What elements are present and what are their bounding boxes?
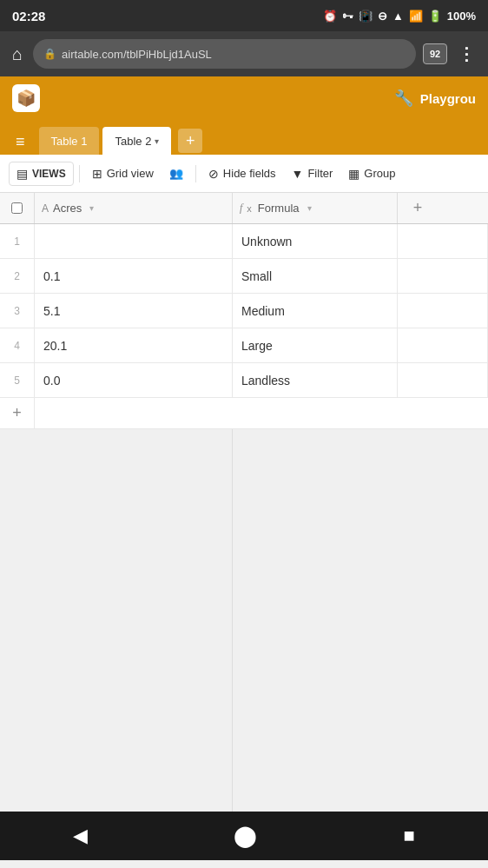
home-icon: ⌂ — [12, 44, 23, 63]
group-button[interactable]: ▦ Group — [341, 162, 402, 185]
group-icon: ▦ — [348, 167, 359, 181]
back-icon: ◀ — [73, 825, 88, 847]
acres-cell[interactable] — [35, 224, 233, 258]
table2-tab[interactable]: Table 2 ▾ — [102, 127, 171, 155]
toolbar-divider2 — [195, 165, 196, 182]
table-container: A Acres ▾ f x Formula ▾ + 1 Unknown 2 — [0, 193, 488, 429]
acres-column-header[interactable]: A Acres ▾ — [35, 193, 233, 223]
circle-icon: ⬤ — [234, 824, 257, 848]
toolbar-divider — [79, 165, 80, 182]
status-icons: ⏰ 🗝 📳 ⊖ ▲ 📶 🔋 100% — [323, 10, 476, 23]
filter-icon: ▼ — [292, 167, 304, 181]
table-row[interactable]: 1 Unknown — [0, 224, 488, 259]
row-number: 5 — [0, 363, 35, 397]
hamburger-icon: ≡ — [16, 133, 25, 150]
hide-fields-button[interactable]: ⊘ Hide fields — [201, 162, 283, 185]
acres-cell[interactable]: 20.1 — [35, 328, 233, 362]
formula-cell[interactable]: Large — [233, 328, 398, 362]
wrench-icon: 🔧 — [394, 89, 413, 108]
logo-icon: 📦 — [16, 89, 36, 108]
views-button[interactable]: ▤ VIEWS — [9, 162, 74, 186]
empty-cell — [398, 224, 488, 258]
acres-cell[interactable]: 0.0 — [35, 363, 233, 397]
menu-dots-icon: ⋮ — [458, 44, 476, 63]
table1-tab[interactable]: Table 1 — [39, 127, 100, 155]
row-number: 4 — [0, 328, 35, 362]
select-all-input[interactable] — [11, 202, 23, 214]
acres-cell[interactable]: 5.1 — [35, 294, 233, 328]
column-sort-icon: ▾ — [89, 203, 94, 213]
table-row[interactable]: 2 0.1 Small — [0, 259, 488, 294]
text-field-icon: A — [42, 202, 49, 215]
hamburger-button[interactable]: ≡ — [9, 129, 32, 155]
key-icon: 🗝 — [342, 10, 353, 23]
table-row[interactable]: 4 20.1 Large — [0, 328, 488, 363]
add-col-plus-icon: + — [413, 199, 423, 217]
battery-icon: 🔋 — [428, 10, 442, 23]
status-bar: 02:28 ⏰ 🗝 📳 ⊖ ▲ 📶 🔋 100% — [0, 0, 488, 31]
row-number: 2 — [0, 259, 35, 293]
table-row[interactable]: 3 5.1 Medium — [0, 294, 488, 328]
browser-home-button[interactable]: ⌂ — [9, 41, 26, 68]
select-all-checkbox[interactable] — [0, 193, 35, 223]
empty-cell — [398, 363, 488, 397]
people-icon: 👥 — [169, 167, 183, 180]
empty-left-col — [0, 429, 233, 812]
url-text: airtable.com/tblPiHbLjd1AuSL — [62, 48, 212, 61]
empty-cell — [398, 328, 488, 362]
table-tabs-bar: ≡ Table 1 Table 2 ▾ + — [0, 120, 488, 155]
battery-level: 100% — [447, 10, 476, 23]
formula-cell[interactable]: Landless — [233, 363, 398, 397]
grid-icon: ⊞ — [92, 167, 102, 181]
wifi-icon: ▲ — [392, 10, 404, 23]
status-time: 02:28 — [12, 9, 45, 23]
filter-button[interactable]: ▼ Filter — [285, 162, 340, 185]
signal-icon: 📶 — [409, 10, 423, 23]
table-row[interactable]: 5 0.0 Landless — [0, 363, 488, 398]
formula-cell[interactable]: Medium — [233, 294, 398, 328]
formula-cell[interactable]: Small — [233, 259, 398, 293]
browser-bar: ⌂ 🔒 airtable.com/tblPiHbLjd1AuSL 92 ⋮ — [0, 31, 488, 76]
browser-menu-button[interactable]: ⋮ — [454, 40, 479, 68]
people-button[interactable]: 👥 — [162, 162, 190, 184]
views-icon: ▤ — [16, 167, 28, 181]
lock-icon: 🔒 — [43, 48, 56, 60]
alarm-icon: ⏰ — [323, 10, 337, 23]
playground-label: Playgrou — [420, 91, 476, 106]
tabs-button[interactable]: 92 — [423, 43, 447, 64]
add-column-button[interactable]: + — [398, 193, 438, 223]
acres-cell[interactable]: 0.1 — [35, 259, 233, 293]
hide-fields-icon: ⊘ — [208, 167, 219, 181]
formula-cell[interactable]: Unknown — [233, 224, 398, 258]
plus-icon: + — [186, 132, 195, 150]
grid-view-button[interactable]: ⊞ Grid view — [85, 162, 161, 185]
navigation-bar: ◀ ⬤ ■ — [0, 812, 488, 860]
add-row-button[interactable]: + — [0, 398, 35, 428]
add-row-row: + — [0, 398, 488, 429]
column-headers: A Acres ▾ f x Formula ▾ + — [0, 193, 488, 224]
recents-button[interactable]: ■ — [397, 818, 422, 854]
back-button[interactable]: ◀ — [66, 818, 95, 854]
empty-right-col — [233, 429, 488, 812]
row-number: 3 — [0, 294, 35, 328]
add-row-plus-icon: + — [12, 404, 22, 422]
toolbar: ▤ VIEWS ⊞ Grid view 👥 ⊘ Hide fields ▼ Fi… — [0, 155, 488, 193]
empty-cell — [398, 259, 488, 293]
url-bar[interactable]: 🔒 airtable.com/tblPiHbLjd1AuSL — [33, 39, 416, 69]
minus-circle-icon: ⊖ — [378, 10, 387, 23]
airtable-logo: 📦 — [12, 84, 40, 112]
empty-cell — [398, 294, 488, 328]
square-icon: ■ — [404, 825, 415, 847]
home-button[interactable]: ⬤ — [227, 817, 264, 855]
add-table-button[interactable]: + — [178, 129, 202, 153]
vibrate-icon: 📳 — [359, 10, 373, 23]
empty-area — [0, 429, 488, 812]
formula-icon: f — [240, 202, 242, 215]
row-number: 1 — [0, 224, 35, 258]
chevron-down-icon: ▾ — [155, 136, 159, 146]
formula-column-header[interactable]: f x Formula ▾ — [233, 193, 398, 223]
formula-col-sort-icon: ▾ — [307, 203, 312, 213]
airtable-header: 📦 🔧 Playgrou — [0, 76, 488, 120]
